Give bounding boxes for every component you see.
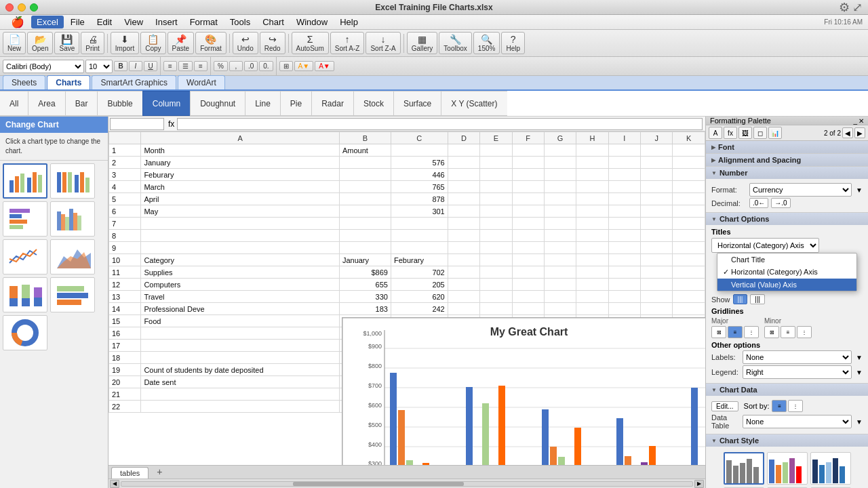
cell-r16-c1[interactable] [141, 340, 340, 352]
cell-r7-c6[interactable] [512, 230, 544, 242]
cell-r9-c3[interactable]: Feburary [391, 254, 448, 266]
fill-color-button[interactable]: A▼ [294, 61, 314, 71]
cell-r10-c11[interactable] [673, 266, 705, 279]
font-color-button[interactable]: A▼ [315, 61, 334, 71]
bold-button[interactable]: B [114, 61, 127, 71]
cell-r2-c8[interactable] [576, 169, 608, 181]
col-header-11[interactable]: K [673, 132, 705, 144]
cell-r4-c4[interactable] [448, 193, 479, 205]
cell-r8-c9[interactable] [608, 242, 640, 254]
cell-r7-c1[interactable] [141, 230, 340, 242]
cell-r7-c11[interactable] [673, 230, 705, 242]
cell-r7-c7[interactable] [544, 230, 576, 242]
data-table-dropdown-icon[interactable]: ▼ [856, 418, 863, 426]
cell-r19-c1[interactable]: Date sent [141, 376, 340, 388]
cell-r9-c6[interactable] [512, 254, 544, 266]
col-header-8[interactable]: H [576, 132, 608, 144]
italic-button[interactable]: I [129, 61, 142, 71]
cell-r13-c4[interactable] [448, 303, 479, 315]
cell-r9-c1[interactable]: Category [141, 254, 340, 266]
cell-r0-c3[interactable] [391, 144, 448, 157]
chart-type-area[interactable]: Area [28, 91, 64, 116]
cell-r5-c1[interactable]: May [141, 205, 340, 218]
cell-r21-c0[interactable]: 22 [109, 401, 141, 413]
cell-r10-c2[interactable]: $869 [339, 266, 391, 279]
nav-prev[interactable]: ◀ [842, 127, 853, 138]
show-on-button[interactable]: ||| [733, 294, 748, 304]
chart-type-scatter[interactable]: X Y (Scatter) [441, 91, 507, 116]
style-1[interactable] [724, 452, 764, 485]
number-section-header[interactable]: ▼ Number [706, 167, 868, 179]
cell-r11-c9[interactable] [608, 279, 640, 291]
decrease-decimal-btn[interactable]: .0← [749, 198, 768, 208]
cell-r2-c6[interactable] [512, 169, 544, 181]
cell-r7-c9[interactable] [608, 230, 640, 242]
cell-r13-c0[interactable]: 14 [109, 303, 141, 315]
cell-r21-c1[interactable] [141, 401, 340, 413]
open-button[interactable]: 📂 Open [27, 32, 53, 54]
borders-button[interactable]: ⊞ [279, 61, 293, 71]
cell-r4-c7[interactable] [544, 193, 576, 205]
chart-thumb-2[interactable] [50, 163, 95, 199]
print-button[interactable]: 🖨 Print [81, 32, 104, 54]
cell-r0-c5[interactable] [480, 144, 512, 157]
tab-charts[interactable]: Charts [47, 75, 90, 89]
cell-r10-c8[interactable] [576, 266, 608, 279]
chart-options-header[interactable]: ▼ Chart Options [706, 213, 868, 225]
cell-r6-c2[interactable] [339, 218, 391, 230]
underline-button[interactable]: U [144, 61, 157, 71]
data-table-select[interactable]: None Show [743, 415, 852, 428]
cell-r12-c9[interactable] [608, 291, 640, 303]
cell-r8-c8[interactable] [576, 242, 608, 254]
cell-r6-c5[interactable] [480, 218, 512, 230]
cell-r11-c5[interactable] [480, 279, 512, 291]
cell-r6-c11[interactable] [673, 218, 705, 230]
cell-r12-c8[interactable] [576, 291, 608, 303]
palette-shape-tool[interactable]: ◻ [753, 127, 767, 139]
cell-r6-c6[interactable] [512, 218, 544, 230]
cell-r7-c3[interactable] [391, 230, 448, 242]
cell-r5-c0[interactable]: 6 [109, 205, 141, 218]
cell-r12-c11[interactable] [673, 291, 705, 303]
chart-container[interactable]: My Great Chart $0 $100 $200 $300 $400 $5… [342, 317, 705, 465]
cell-r14-c1[interactable]: Food [141, 315, 340, 327]
menu-insert[interactable]: Insert [150, 16, 183, 28]
cell-r11-c2[interactable]: 655 [339, 279, 391, 291]
cell-r12-c10[interactable] [641, 291, 673, 303]
minor-horiz-btn[interactable]: ≡ [781, 326, 795, 338]
cell-r6-c8[interactable] [576, 218, 608, 230]
cell-r8-c6[interactable] [512, 242, 544, 254]
cell-r2-c11[interactable] [673, 169, 705, 181]
toolbox-button[interactable]: 🔧 Toolbox [439, 32, 471, 54]
chart-thumb-6[interactable] [50, 239, 95, 274]
minimize-button[interactable] [18, 3, 26, 12]
cell-r9-c10[interactable] [641, 254, 673, 266]
cell-r10-c0[interactable]: 11 [109, 266, 141, 279]
cell-r12-c0[interactable]: 13 [109, 291, 141, 303]
cell-r5-c9[interactable] [608, 205, 640, 218]
cell-r13-c3[interactable]: 242 [391, 303, 448, 315]
chart-thumb-1[interactable] [3, 163, 47, 199]
increase-decimal-btn[interactable]: →.0 [771, 198, 790, 208]
import-button[interactable]: ⬇ Import [111, 32, 139, 54]
alignment-section-header[interactable]: ▶ Alignment and Spacing [706, 154, 868, 166]
chart-type-bubble[interactable]: Bubble [97, 91, 142, 116]
cell-r0-c9[interactable] [608, 144, 640, 157]
align-center-button[interactable]: ☰ [178, 61, 193, 71]
cell-r1-c0[interactable]: 2 [109, 157, 141, 169]
popup-chart-title[interactable]: Chart Title [717, 253, 856, 266]
chart-style-header[interactable]: ▼ Chart Style [706, 434, 868, 447]
col-header-5[interactable]: E [480, 132, 512, 144]
cell-r6-c1[interactable] [141, 218, 340, 230]
cell-r8-c3[interactable] [391, 242, 448, 254]
cell-r9-c7[interactable] [544, 254, 576, 266]
cell-r11-c10[interactable] [641, 279, 673, 291]
cell-r9-c0[interactable]: 10 [109, 254, 141, 266]
cell-r13-c2[interactable]: 183 [339, 303, 391, 315]
cell-r9-c8[interactable] [576, 254, 608, 266]
cell-r2-c7[interactable] [544, 169, 576, 181]
cell-r1-c5[interactable] [480, 157, 512, 169]
cell-r7-c2[interactable] [339, 230, 391, 242]
chart-type-stock[interactable]: Stock [353, 91, 393, 116]
cell-r2-c10[interactable] [641, 169, 673, 181]
